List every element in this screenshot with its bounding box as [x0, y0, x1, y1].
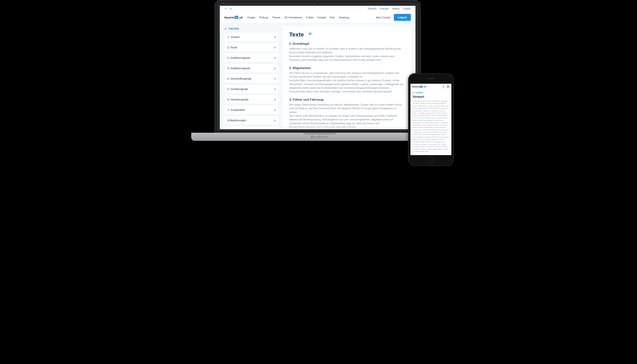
mobile-title: Vorwort — [413, 95, 449, 98]
logo-pre: theorie — [224, 16, 234, 19]
mobile-body: THEORIE Vorwort Lorem ipsum dolor sit am… — [410, 90, 451, 155]
iphone-frame: theorie 24 .ch THEORIE — [408, 73, 454, 166]
language-switcher: DeutschFrançaisItalianoEnglish — [368, 7, 411, 10]
main-workspace: THEORIE 1. Vorwort2. Texte3. Gefahrensig… — [220, 23, 415, 127]
svg-point-0 — [443, 86, 444, 86]
chapter-label: 2. Texte — [228, 46, 237, 49]
facebook-icon[interactable]: f — [224, 7, 227, 10]
nav-item[interactable]: Anleitung — [339, 16, 349, 19]
article-sections: 1. GrundregelJedermann muss sich im Verk… — [289, 42, 404, 127]
language-option[interactable]: English — [403, 7, 411, 10]
instagram-icon[interactable]: ◻ — [229, 7, 232, 10]
breadcrumb[interactable]: THEORIE — [224, 26, 278, 33]
section-paragraph: Kontrollschilder, Geschwindigkeitstafeln… — [289, 79, 404, 94]
mobile-breadcrumb-label: THEORIE — [415, 92, 423, 94]
section-paragraph: Wer wegen Übermüdung, Einwirkung von Alk… — [289, 103, 404, 114]
social-links: f ◻ — [224, 7, 232, 10]
mobile-logo-suf: .ch — [423, 86, 426, 88]
iphone-screen: theorie 24 .ch THEORIE — [410, 84, 451, 155]
hamburger-menu-icon[interactable] — [447, 86, 449, 88]
chapter-label: 6. Hinweissignale — [228, 98, 249, 101]
section-heading: 3. Führer und Fahrzeug — [289, 98, 404, 102]
chapter-list: 1. Vorwort2. Texte3. Gefahrensignale3. G… — [224, 33, 278, 129]
language-option[interactable]: Italiano — [392, 7, 400, 10]
chevron-right-icon — [274, 98, 276, 100]
chapter-card[interactable]: 4. Vorschriftssignale — [224, 74, 278, 83]
section-heading: 2. Allgemeines — [289, 66, 404, 70]
section-heading: 1. Grundregel — [289, 42, 404, 46]
chapter-card[interactable]: 5. Vortrittssignale — [224, 85, 278, 93]
chevron-left-icon — [225, 28, 227, 30]
article-panel: Texte 1. GrundregelJedermann muss sich i… — [282, 26, 411, 127]
nav-item[interactable]: Kontakt — [317, 16, 326, 19]
chevron-right-icon — [274, 57, 276, 59]
chevron-right-icon — [274, 78, 276, 80]
nav-item[interactable]: Fragen — [247, 16, 255, 19]
chapter-card[interactable]: 8.Markierungen — [224, 116, 278, 124]
nav-item[interactable]: 3D-Animationen — [284, 16, 302, 19]
nav-item[interactable]: E-Bike — [306, 16, 314, 19]
chapter-label: 5. Vortrittssignale — [228, 88, 248, 91]
language-option[interactable]: Deutsch — [368, 7, 376, 10]
chapter-card[interactable]: 1. Vorwort — [224, 33, 278, 41]
mobile-header: theorie 24 .ch — [410, 84, 451, 90]
main-navbar: theorie 24 .ch FragenPrüfungTheorie3D-An… — [220, 12, 415, 23]
mobile-text: Lorem ipsum dolor sit amet, consectetur … — [413, 100, 449, 153]
mobile-logo-pre: theorie — [412, 86, 419, 88]
section-paragraph: Jedermann muss sich im Verkehr so verhal… — [289, 47, 404, 54]
camera-icon — [317, 3, 318, 4]
section-paragraph: Das Fahren unter Alkoholeinfluss ist ver… — [289, 114, 404, 127]
chevron-left-icon — [412, 92, 414, 93]
mobile-breadcrumb[interactable]: THEORIE — [413, 92, 449, 94]
nav-item[interactable]: Prüfung — [259, 16, 268, 19]
section-paragraph: Besondere Vorsicht ist geboten gegenüber… — [289, 54, 404, 62]
mobile-logo[interactable]: theorie 24 .ch — [412, 86, 426, 88]
article-title: Texte — [289, 31, 304, 38]
macbook-frame: f ◻ DeutschFrançaisItalianoEnglish theor… — [191, 0, 425, 150]
chevron-right-icon — [274, 120, 276, 121]
chapter-label: 3. Gefahrensignale — [228, 56, 250, 60]
nav-cockpit-link[interactable]: Mein Cockpit — [376, 16, 390, 19]
chapter-label: 4. Vorschriftssignale — [228, 77, 252, 80]
chapter-card[interactable]: 7. Zusatztafeln — [224, 106, 278, 114]
chapter-card[interactable]: 3. Gefahrensignale — [224, 64, 278, 72]
chevron-right-icon — [274, 88, 276, 90]
chevron-right-icon — [274, 46, 276, 48]
logout-button[interactable]: Logout — [394, 14, 411, 21]
iphone-speaker — [427, 78, 435, 79]
logo-badge: 24 — [234, 16, 238, 19]
chapter-label: 3. Gefahrensignale — [228, 67, 250, 70]
chevron-right-icon — [274, 36, 276, 38]
top-utility-bar: f ◻ DeutschFrançaisItalianoEnglish — [220, 6, 415, 12]
nav-item[interactable]: Theorie — [272, 16, 280, 19]
site-logo[interactable]: theorie 24 .ch — [224, 16, 243, 19]
sidebar-column: THEORIE 1. Vorwort2. Texte3. Gefahrensig… — [224, 26, 278, 127]
audio-button[interactable] — [307, 32, 312, 36]
chapter-label: 7. Zusatztafeln — [228, 108, 245, 112]
nav-item[interactable]: FAQ — [330, 16, 335, 19]
logo-suf: .ch — [239, 16, 243, 19]
main-menu: FragenPrüfungTheorie3D-AnimationenE-Bike… — [247, 16, 349, 19]
section-paragraph: Der Führer hat sich zu vergewissern, das… — [289, 71, 404, 79]
language-option[interactable]: Français — [380, 7, 389, 10]
mobile-logo-badge: 24 — [420, 86, 423, 88]
chapter-card[interactable]: 6. Hinweissignale — [224, 95, 278, 104]
user-icon[interactable] — [442, 85, 445, 88]
chevron-right-icon — [274, 109, 276, 111]
iphone-home-button[interactable] — [427, 157, 434, 164]
chapter-card[interactable]: 2. Texte — [224, 43, 278, 52]
chevron-right-icon — [274, 67, 276, 69]
chapter-label: 8.Markierungen — [228, 119, 246, 122]
macbook-screen: f ◻ DeutschFrançaisItalianoEnglish theor… — [220, 6, 415, 129]
chapter-card[interactable]: 9. Wichtige Zahlen — [224, 126, 278, 129]
macbook-bezel: f ◻ DeutschFrançaisItalianoEnglish theor… — [214, 0, 421, 133]
chapter-label: 1. Vorwort — [228, 36, 240, 38]
speaker-icon — [308, 32, 311, 35]
breadcrumb-label: THEORIE — [228, 28, 239, 30]
chapter-card[interactable]: 3. Gefahrensignale — [224, 54, 278, 62]
